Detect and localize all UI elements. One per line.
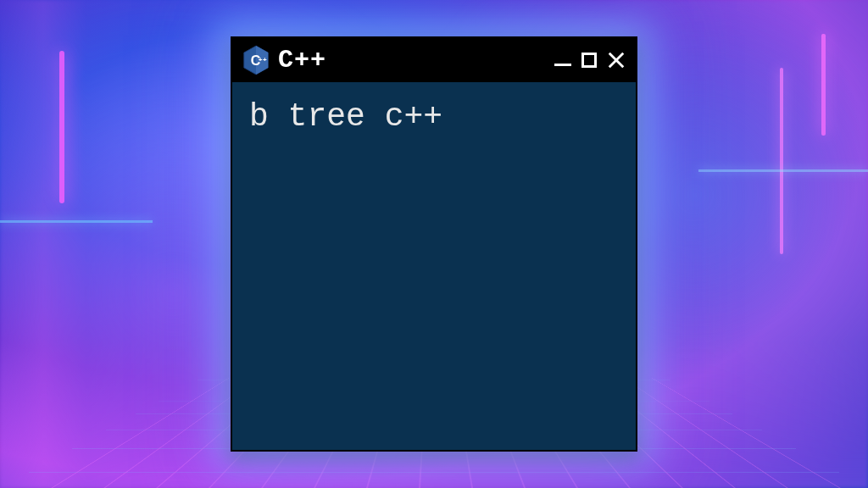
maximize-button[interactable] <box>581 53 597 68</box>
neon-accent-line <box>59 51 64 203</box>
neon-accent-line <box>698 169 868 172</box>
terminal-content[interactable]: b tree c++ <box>232 82 636 450</box>
titlebar[interactable]: C + + C++ <box>232 38 636 82</box>
neon-accent-line <box>780 68 783 254</box>
terminal-window: C + + C++ b tree c++ <box>231 36 637 452</box>
window-title: C++ <box>278 46 546 75</box>
svg-text:+: + <box>263 56 267 64</box>
cpp-logo-icon: C + + <box>242 45 270 75</box>
close-button[interactable] <box>607 51 626 69</box>
close-icon <box>607 51 626 69</box>
neon-accent-line <box>821 34 826 136</box>
maximize-icon <box>581 53 597 68</box>
svg-text:+: + <box>259 56 263 64</box>
neon-accent-line <box>0 220 153 223</box>
window-controls <box>554 51 626 69</box>
minimize-button[interactable] <box>554 55 571 66</box>
terminal-text: b tree c++ <box>249 98 442 135</box>
minimize-icon <box>554 64 571 66</box>
